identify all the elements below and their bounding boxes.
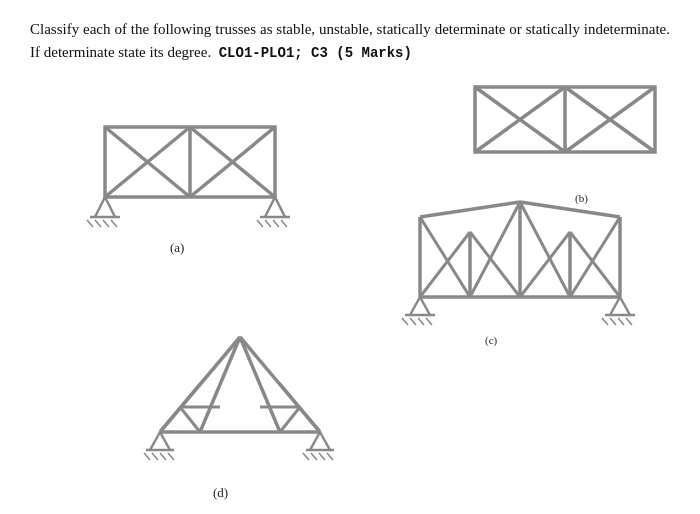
svg-line-7 bbox=[105, 197, 115, 217]
svg-line-30 bbox=[520, 202, 620, 217]
svg-line-81 bbox=[327, 453, 333, 460]
svg-line-19 bbox=[281, 220, 287, 227]
label-c: (c) bbox=[485, 334, 497, 346]
svg-line-18 bbox=[273, 220, 279, 227]
question-code: CLO1-PLO1; C3 (5 Marks) bbox=[219, 45, 412, 61]
svg-line-80 bbox=[319, 453, 325, 460]
svg-line-54 bbox=[618, 318, 624, 325]
svg-line-72 bbox=[320, 432, 330, 450]
svg-line-42 bbox=[410, 297, 420, 315]
svg-line-9 bbox=[265, 197, 275, 217]
svg-line-13 bbox=[95, 220, 101, 227]
svg-line-74 bbox=[144, 453, 150, 460]
svg-line-52 bbox=[602, 318, 608, 325]
svg-line-6 bbox=[95, 197, 105, 217]
truss-a bbox=[85, 117, 295, 237]
svg-line-40 bbox=[520, 202, 570, 297]
diagrams-area: (a) (b) bbox=[30, 77, 670, 467]
truss-b bbox=[460, 82, 670, 192]
svg-line-59 bbox=[200, 337, 240, 432]
svg-line-49 bbox=[410, 318, 416, 325]
svg-line-10 bbox=[275, 197, 285, 217]
svg-line-77 bbox=[168, 453, 174, 460]
svg-line-68 bbox=[150, 432, 160, 450]
label-a: (a) bbox=[170, 240, 184, 256]
svg-line-14 bbox=[103, 220, 109, 227]
svg-line-38 bbox=[470, 232, 520, 297]
svg-line-39 bbox=[470, 202, 520, 297]
svg-line-67 bbox=[280, 407, 300, 432]
svg-line-12 bbox=[87, 220, 93, 227]
truss-d bbox=[150, 332, 330, 472]
svg-line-55 bbox=[626, 318, 632, 325]
svg-line-65 bbox=[180, 407, 200, 432]
svg-line-78 bbox=[303, 453, 309, 460]
svg-line-76 bbox=[160, 453, 166, 460]
svg-line-15 bbox=[111, 220, 117, 227]
svg-line-46 bbox=[620, 297, 630, 315]
truss-c bbox=[390, 197, 650, 327]
svg-line-41 bbox=[520, 232, 570, 297]
svg-line-48 bbox=[402, 318, 408, 325]
svg-line-71 bbox=[310, 432, 320, 450]
svg-line-69 bbox=[160, 432, 170, 450]
svg-line-29 bbox=[420, 202, 520, 217]
svg-line-75 bbox=[152, 453, 158, 460]
page: Classify each of the following trusses a… bbox=[0, 0, 700, 514]
svg-line-79 bbox=[311, 453, 317, 460]
svg-line-17 bbox=[265, 220, 271, 227]
svg-line-50 bbox=[418, 318, 424, 325]
svg-line-43 bbox=[420, 297, 430, 315]
svg-line-60 bbox=[240, 337, 280, 432]
svg-line-16 bbox=[257, 220, 263, 227]
label-d: (d) bbox=[213, 485, 228, 501]
question-text: Classify each of the following trusses a… bbox=[30, 18, 670, 65]
svg-line-51 bbox=[426, 318, 432, 325]
svg-line-45 bbox=[610, 297, 620, 315]
svg-line-53 bbox=[610, 318, 616, 325]
